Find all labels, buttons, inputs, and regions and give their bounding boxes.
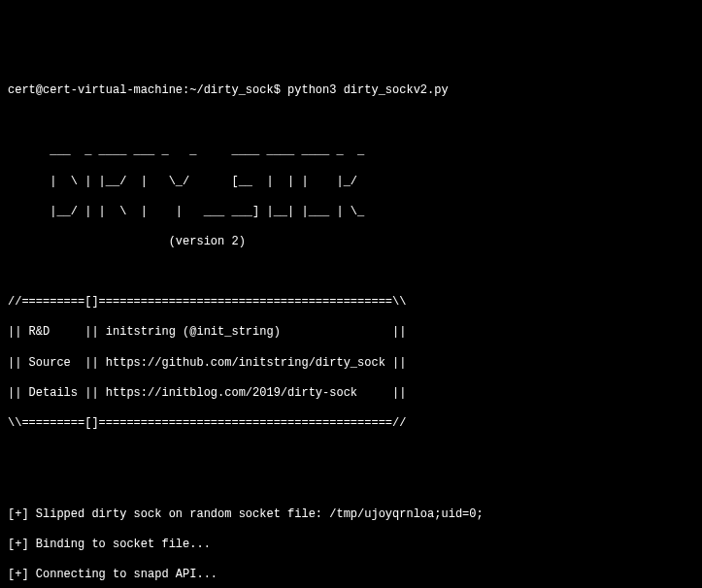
info-table-line: || Source || https://github.com/initstri… — [8, 356, 694, 372]
blank-line — [8, 446, 694, 462]
blank-line — [8, 265, 694, 280]
ascii-art-line: |__/ | | \ | | ___ ___] |__| |___ | \_ — [8, 205, 694, 220]
info-table-line: \\=========[]===========================… — [8, 416, 694, 432]
blank-line — [8, 476, 694, 492]
blank-line — [8, 114, 694, 129]
ascii-art-version: (version 2) — [8, 235, 694, 250]
step-output: [+] Binding to socket file... — [8, 538, 694, 553]
info-table-line: //=========[]===========================… — [8, 295, 694, 310]
terminal-window[interactable]: cert@cert-virtual-machine:~/dirty_sock$ … — [8, 68, 694, 588]
info-table-line: || R&D || initstring (@init_string) || — [8, 325, 694, 341]
info-table-line: || Details || https://initblog.com/2019/… — [8, 386, 694, 402]
prompt: cert@cert-virtual-machine:~/dirty_sock$ — [8, 83, 287, 97]
ascii-art-line: | \ | |__/ | \_/ [__ | | | |_/ — [8, 175, 694, 190]
step-output: [+] Slipped dirty sock on random socket … — [8, 507, 694, 523]
step-output: [+] Connecting to snapd API... — [8, 568, 694, 583]
command-line-1: cert@cert-virtual-machine:~/dirty_sock$ … — [8, 83, 694, 99]
ascii-art-line: ___ _ ____ ___ _ _ ____ ____ ____ _ _ — [8, 144, 694, 159]
command-text: python3 dirty_sockv2.py — [287, 83, 449, 97]
